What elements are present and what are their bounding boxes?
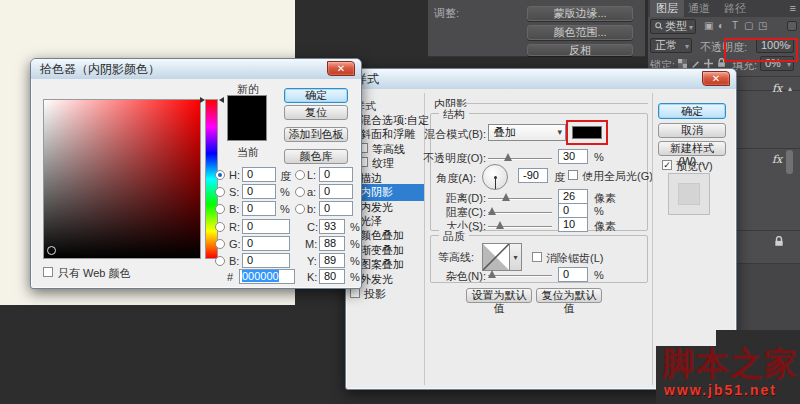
style-item-checkbox[interactable]: [350, 288, 360, 298]
layer-fx-badge[interactable]: fx: [772, 82, 782, 95]
style-item[interactable]: 斜面和浮雕: [360, 127, 415, 142]
size-field[interactable]: 10: [558, 217, 588, 232]
k-field[interactable]: 80: [319, 269, 345, 284]
lock-pixels-icon[interactable]: [691, 59, 700, 68]
layer-filter-kind-dropdown[interactable]: 类型: [650, 19, 696, 34]
style-item[interactable]: 纹理: [372, 156, 394, 171]
color-field[interactable]: [43, 99, 201, 259]
add-to-swatches-button[interactable]: 添加到色板: [284, 127, 348, 142]
opacity-slider-thumb[interactable]: [504, 153, 512, 161]
style-item[interactable]: 渐变叠加: [360, 243, 404, 258]
close-button[interactable]: ✕: [327, 61, 355, 76]
anti-alias-checkbox[interactable]: [532, 252, 542, 262]
opacity-field[interactable]: 30: [558, 149, 588, 164]
tab-paths[interactable]: 路径: [724, 0, 746, 17]
b-field[interactable]: 0: [242, 201, 276, 216]
k-label: K:: [307, 271, 317, 283]
layer-blend-mode-dropdown[interactable]: 正常: [650, 38, 692, 53]
s-radio[interactable]: [215, 187, 225, 197]
l-radio[interactable]: [295, 170, 305, 180]
style-item[interactable]: 混合选项:自定: [360, 113, 429, 128]
contour-picker-arrow[interactable]: ▾: [510, 243, 522, 271]
reset-default-button[interactable]: 复位为默认值: [536, 288, 602, 303]
g-radio[interactable]: [215, 239, 225, 249]
noise-slider-thumb[interactable]: [488, 270, 496, 278]
color-libraries-button[interactable]: 颜色库: [284, 149, 348, 164]
close-button[interactable]: ✕: [702, 71, 730, 86]
noise-field[interactable]: 0: [558, 267, 588, 282]
b2-field[interactable]: 0: [242, 253, 290, 268]
style-item[interactable]: 颜色叠加: [360, 228, 404, 243]
hue-marker-left-icon[interactable]: [200, 97, 205, 103]
tab-layers[interactable]: 图层: [650, 0, 684, 17]
filter-pixel-layers-icon[interactable]: ▣: [704, 20, 713, 31]
panel-menu-icon[interactable]: ≡: [790, 0, 796, 17]
distance-slider[interactable]: [488, 198, 552, 200]
panel-scrollbar[interactable]: [786, 150, 793, 174]
contour-thumbnail[interactable]: [482, 243, 510, 271]
global-light-checkbox[interactable]: [568, 170, 578, 180]
distance-field[interactable]: 26: [558, 189, 588, 204]
style-item[interactable]: 内发光: [360, 200, 393, 215]
b-radio[interactable]: [215, 204, 225, 214]
choke-field[interactable]: 0: [558, 203, 588, 218]
angle-field[interactable]: -90: [518, 168, 548, 183]
preview-checkbox[interactable]: ✓: [662, 160, 672, 170]
style-item[interactable]: 投影: [364, 287, 386, 302]
lock-transparent-icon[interactable]: [678, 59, 687, 68]
lab-b-radio[interactable]: [295, 204, 305, 214]
distance-slider-thumb[interactable]: [502, 193, 510, 201]
style-item[interactable]: 外发光: [360, 272, 393, 287]
style-item[interactable]: 等高线: [372, 142, 405, 157]
s-field[interactable]: 0: [242, 184, 276, 199]
filter-toggle[interactable]: [787, 21, 797, 31]
set-default-button[interactable]: 设置为默认值: [466, 288, 532, 303]
style-item[interactable]: 图案叠加: [360, 257, 404, 272]
ok-button[interactable]: 确定: [658, 103, 726, 119]
lock-position-icon[interactable]: [704, 59, 713, 68]
color-picker-titlebar[interactable]: 拾色器（内阴影颜色）: [31, 59, 361, 79]
reset-button[interactable]: 复位: [284, 105, 348, 120]
h-radio[interactable]: [215, 170, 225, 180]
c-field[interactable]: 93: [319, 219, 345, 234]
title-rule: [466, 103, 648, 104]
hue-marker-right-icon[interactable]: [219, 97, 224, 103]
angle-dial[interactable]: [482, 164, 508, 190]
a-field[interactable]: 0: [319, 184, 353, 199]
tab-channels[interactable]: 通道: [688, 0, 710, 17]
layer-style-titlebar[interactable]: 样式: [346, 69, 736, 89]
r-field[interactable]: 0: [242, 219, 290, 234]
blend-mode-dropdown[interactable]: 叠加: [488, 124, 566, 141]
ok-button[interactable]: 确定: [284, 88, 348, 103]
m-field[interactable]: 88: [319, 236, 345, 251]
y-field[interactable]: 89: [319, 253, 345, 268]
new-style-button[interactable]: 新建样式(W)...: [658, 141, 726, 156]
l-field[interactable]: 0: [319, 167, 353, 182]
layer-fx-badge[interactable]: fx: [772, 153, 782, 166]
lab-b-field[interactable]: 0: [319, 201, 353, 216]
opacity-slider[interactable]: [488, 158, 552, 160]
filter-adjustment-layers-icon[interactable]: ◐: [718, 20, 724, 31]
color-field-marker[interactable]: [47, 246, 56, 255]
color-range-button[interactable]: 颜色范围...: [527, 25, 633, 40]
web-colors-checkbox[interactable]: [43, 267, 53, 277]
a-radio[interactable]: [295, 187, 305, 197]
r-radio[interactable]: [215, 222, 225, 232]
hex-field[interactable]: 000000: [239, 269, 295, 284]
filter-type-layers-icon[interactable]: T: [732, 20, 738, 31]
fx-collapse-arrow-icon[interactable]: ▴: [788, 84, 792, 93]
g-field[interactable]: 0: [242, 236, 290, 251]
choke-slider-thumb[interactable]: [488, 207, 496, 215]
filter-smart-object-icon[interactable]: ◳: [758, 20, 767, 31]
size-slider-thumb[interactable]: [496, 221, 504, 229]
b2-radio[interactable]: [215, 256, 225, 266]
filter-shape-layers-icon[interactable]: ▢: [744, 20, 753, 31]
size-slider[interactable]: [488, 226, 552, 228]
mask-edge-button[interactable]: 蒙版边缘...: [527, 6, 633, 21]
style-item[interactable]: 光泽: [360, 214, 382, 229]
cancel-button[interactable]: 取消: [658, 123, 726, 138]
invert-button[interactable]: 反相: [527, 44, 633, 56]
choke-slider[interactable]: [488, 212, 552, 214]
noise-slider[interactable]: [488, 275, 552, 277]
h-field[interactable]: 0: [242, 167, 276, 182]
